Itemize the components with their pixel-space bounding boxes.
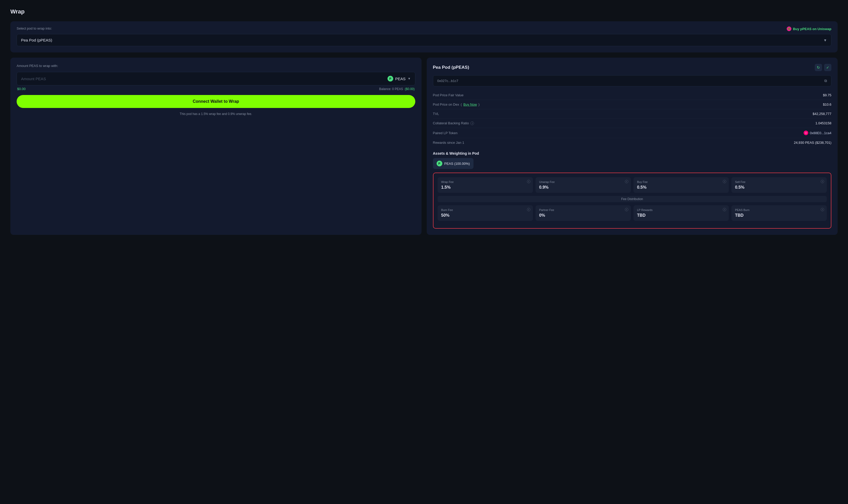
wrap-fee-info-icon[interactable]: i [527,180,530,183]
peas-burn-label: PEAS Burn [735,209,823,212]
asset-name: PEAS (100.00%) [444,162,470,166]
paired-lp-label: Paired LP Token [433,131,457,135]
fees-bottom-row: Burn Fee 50% i Partner Fee 0% i LP Rewar… [438,205,827,221]
peas-burn-value: TBD [735,213,823,218]
right-panel: Pea Pod (pPEAS) ↻ ✓ 0x027c...b1c7 ⧉ Pod … [427,58,838,235]
chevron-down-icon: ▼ [823,38,827,42]
burn-fee-label: Burn Fee [441,209,529,212]
connect-wallet-button[interactable]: Connect Wallet to Wrap [17,95,415,108]
assets-title: Assets & Weighting in Pod [433,151,832,156]
address-row: 0x027c...b1c7 ⧉ [433,75,832,86]
balance-row: $0.00 Balance: 0 PEAS ($0.00) [17,87,415,91]
tvl-row: TVL $42,258,777 [433,109,832,119]
burn-fee-value: 50% [441,213,529,218]
wrap-fee-label: Wrap Fee [441,180,529,183]
peas-token-icon: P [387,76,393,82]
peas-asset-icon: P [437,161,442,166]
pod-price-dex-row: Pod Price on Dex (Buy Now) $10.6 [433,100,832,109]
lp-rewards-label: LP Rewards [637,209,725,212]
buy-fee-box: Buy Fee 0.5% i [634,177,729,193]
balance-text: Balance: 0 PEAS ($0.00) [379,87,415,91]
select-pod-label: Select pod to wrap into: [17,26,831,30]
pod-price-fair-label: Pod Price Fair Value [433,93,464,97]
collateral-value: 1.0453158 [815,121,831,125]
pod-price-fair-value: $9.75 [823,93,831,97]
buy-fee-info-icon[interactable]: i [723,180,726,183]
assets-section: Assets & Weighting in Pod P PEAS (100.00… [433,151,832,169]
buy-peas-link[interactable]: 🌿 Buy pPEAS on Uniswap [787,26,831,31]
pod-price-dex-label: Pod Price on Dex (Buy Now) [433,103,480,106]
tvl-label: TVL [433,112,439,116]
sell-fee-label: Sell Fee [735,180,823,183]
peas-burn-info-icon[interactable]: i [821,208,824,211]
right-header: Pea Pod (pPEAS) ↻ ✓ [433,64,832,71]
info-table: Pod Price Fair Value $9.75 Pod Price on … [433,91,832,147]
asset-pill: P PEAS (100.00%) [433,158,473,169]
lp-rewards-info-icon[interactable]: i [723,208,726,211]
fees-top-row: Wrap Fee 1.5% i Unwrap Fee 0.9% i Buy Fe… [438,177,827,193]
unwrap-fee-label: Unwrap Fee [539,180,627,183]
collateral-label: Collateral Backing Ratio i [433,121,474,125]
token-selector[interactable]: P PEAS ▼ [387,76,411,82]
peas-burn-box: PEAS Burn TBD i [731,205,827,221]
partner-fee-info-icon[interactable]: i [625,208,628,211]
balance-dollar: ($0.00) [405,87,415,91]
selected-pod-text: Pea Pod (pPEAS) [21,38,52,42]
select-pod-card: Select pod to wrap into: 🌿 Buy pPEAS on … [11,21,837,52]
copy-icon[interactable]: ⧉ [824,79,827,83]
fees-container: Wrap Fee 1.5% i Unwrap Fee 0.9% i Buy Fe… [433,173,832,229]
buy-now-link[interactable]: Buy Now [463,103,477,106]
rewards-label: Rewards since Jan 1 [433,141,464,145]
sell-fee-value: 0.5% [735,185,823,190]
pod-title: Pea Pod (pPEAS) [433,65,469,70]
pod-price-dex-value: $10.6 [823,103,831,106]
peas-icon: 🌿 [787,26,791,31]
refresh-icon[interactable]: ↻ [815,64,822,71]
partner-fee-label: Partner Fee [539,209,627,212]
header-icons: ↻ ✓ [815,64,831,71]
buy-peas-text: Buy pPEAS on Uniswap [793,27,831,31]
contract-address: 0x027c...b1c7 [437,79,458,83]
shield-icon[interactable]: ✓ [824,64,831,71]
buy-fee-label: Buy Fee [637,180,725,183]
dollar-value: $0.00 [17,87,26,91]
amount-label: Amount PEAS to wrap with: [17,64,415,68]
fee-distribution-label: Fee Distribution [438,196,827,202]
wrap-fee-value: 1.5% [441,185,529,190]
tvl-value: $42,258,777 [813,112,831,116]
collateral-info-icon[interactable]: i [470,122,474,125]
token-name: PEAS [395,76,406,81]
sell-fee-box: Sell Fee 0.5% i [731,177,827,193]
main-columns: Amount PEAS to wrap with: Amount PEAS P … [11,58,837,235]
lp-rewards-value: TBD [637,213,725,218]
pod-price-fair-row: Pod Price Fair Value $9.75 [433,91,832,100]
rewards-value: 24,930 PEAS ($238,701) [794,141,831,145]
balance-amount: Balance: 0 PEAS [379,87,403,91]
unwrap-fee-info-icon[interactable]: i [625,180,628,183]
unwrap-fee-value: 0.9% [539,185,627,190]
left-panel: Amount PEAS to wrap with: Amount PEAS P … [11,58,421,235]
rewards-row: Rewards since Jan 1 24,930 PEAS ($238,70… [433,138,832,147]
partner-fee-value: 0% [539,213,627,218]
wrap-fee-box: Wrap Fee 1.5% i [438,177,533,193]
unwrap-fee-box: Unwrap Fee 0.9% i [536,177,631,193]
buy-fee-value: 0.5% [637,185,725,190]
amount-input-placeholder[interactable]: Amount PEAS [21,76,46,81]
pod-select-dropdown[interactable]: Pea Pod (pPEAS) ▼ [17,34,831,46]
paired-lp-value: U 0x88E0...1ca4 [803,130,831,135]
fee-note: This pod has a 1.5% wrap fee and 0.9% un… [17,112,415,116]
burn-fee-box: Burn Fee 50% i [438,205,533,221]
sell-fee-info-icon[interactable]: i [821,180,824,183]
partner-fee-box: Partner Fee 0% i [536,205,631,221]
token-chevron-icon: ▼ [408,77,411,80]
collateral-row: Collateral Backing Ratio i 1.0453158 [433,119,832,128]
paired-lp-row: Paired LP Token U 0x88E0...1ca4 [433,128,832,138]
lp-rewards-box: LP Rewards TBD i [634,205,729,221]
uniswap-icon: U [803,130,808,135]
amount-input-box: Amount PEAS P PEAS ▼ [17,72,415,85]
burn-fee-info-icon[interactable]: i [527,208,530,211]
page-title: Wrap [11,8,837,15]
